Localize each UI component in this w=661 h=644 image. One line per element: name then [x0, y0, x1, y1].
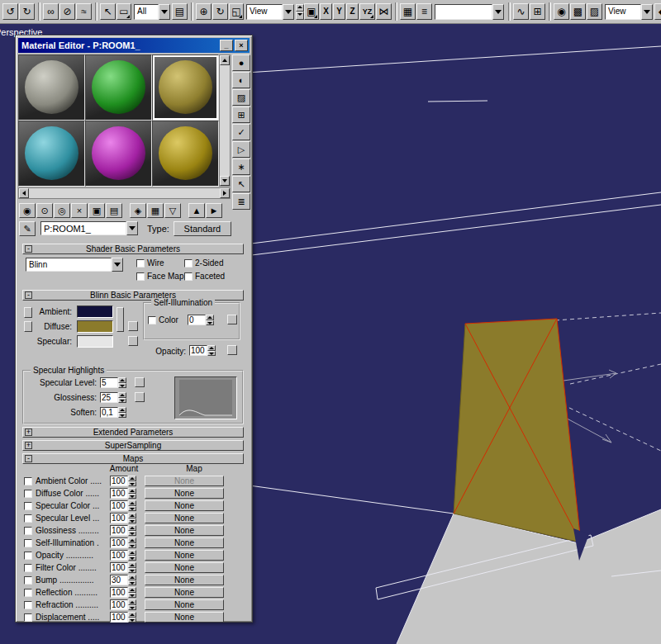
select-by-name-icon[interactable]: ▤: [172, 3, 188, 20]
rect-selection-region-icon[interactable]: ▭: [117, 3, 131, 20]
use-pivot-center-icon[interactable]: ▣: [304, 3, 319, 20]
reset-map-icon[interactable]: ×: [71, 203, 88, 218]
material-type-button[interactable]: Standard: [174, 221, 231, 236]
rollout-supersampling[interactable]: + SuperSampling: [22, 440, 244, 451]
map-enable-checkbox[interactable]: [24, 502, 32, 510]
close-button[interactable]: ×: [235, 40, 248, 51]
chevron-down-icon[interactable]: [126, 221, 138, 235]
spinner-arrows-icon[interactable]: [128, 476, 136, 486]
opacity-map-shortcut-button[interactable]: [227, 345, 237, 355]
map-none-button[interactable]: None: [145, 513, 224, 523]
map-none-button[interactable]: None: [145, 575, 224, 585]
map-enable-checkbox[interactable]: [24, 576, 32, 585]
spinner-arrows-icon[interactable]: [128, 587, 136, 598]
map-enable-checkbox[interactable]: [24, 601, 32, 609]
select-by-material-icon[interactable]: ↖: [232, 176, 250, 192]
spinner-arrows-icon[interactable]: [207, 345, 216, 356]
chevron-down-icon[interactable]: [112, 258, 123, 272]
sample-slot[interactable]: [85, 54, 152, 121]
show-end-result-icon[interactable]: ▽: [164, 203, 181, 218]
collapse-icon[interactable]: -: [25, 245, 32, 253]
map-enable-checkbox[interactable]: [24, 552, 32, 560]
minimize-button[interactable]: _: [220, 40, 233, 51]
get-material-icon[interactable]: ◉: [19, 203, 36, 218]
self-illum-map-shortcut-button[interactable]: [227, 315, 237, 324]
chevron-down-icon[interactable]: [283, 4, 294, 20]
ambient-diffuse-lock-button[interactable]: [117, 307, 124, 332]
self-illum-color-checkbox[interactable]: [148, 316, 156, 324]
map-amount-spinner[interactable]: 100: [110, 537, 136, 548]
two-sided-checkbox[interactable]: [184, 259, 193, 268]
map-amount-spinner[interactable]: 100: [110, 562, 136, 573]
pick-material-eyedropper-icon[interactable]: ✎: [19, 221, 36, 236]
spinner-arrows-icon[interactable]: [128, 525, 136, 536]
spinner-arrows-icon[interactable]: [206, 315, 214, 325]
undo-icon[interactable]: ↺: [2, 3, 18, 20]
render-type-dropdown[interactable]: View: [605, 4, 653, 20]
spinner-arrows-icon[interactable]: [128, 612, 136, 623]
spinner-arrows-icon[interactable]: [128, 562, 136, 573]
sample-slot[interactable]: [18, 121, 85, 187]
ambient-color-swatch[interactable]: [77, 305, 113, 318]
map-none-button[interactable]: None: [145, 599, 224, 610]
schematic-view-icon[interactable]: ⊞: [530, 3, 545, 20]
select-and-link-icon[interactable]: ∞: [43, 3, 59, 20]
restrict-plane-button[interactable]: YZ: [359, 3, 375, 20]
spinner-arrows-icon[interactable]: [118, 407, 126, 418]
material-editor-icon[interactable]: ◉: [554, 3, 569, 20]
scroll-up-icon[interactable]: [220, 55, 230, 65]
map-none-button[interactable]: None: [145, 612, 224, 623]
scroll-right-icon[interactable]: [220, 188, 230, 198]
scroll-down-icon[interactable]: [220, 176, 230, 186]
diffuse-color-swatch[interactable]: [77, 320, 113, 333]
faceted-checkbox[interactable]: [184, 272, 193, 281]
diffuse-map-shortcut-button[interactable]: [128, 321, 138, 331]
spinner-arrows-icon[interactable]: [296, 4, 304, 20]
expand-icon[interactable]: +: [25, 429, 32, 436]
map-enable-checkbox[interactable]: [24, 490, 32, 498]
shader-dropdown[interactable]: Blinn: [26, 258, 123, 273]
assign-material-to-selection-icon[interactable]: ◎: [54, 203, 70, 218]
array-icon[interactable]: ▦: [400, 3, 416, 20]
spinner-arrows-icon[interactable]: [118, 377, 126, 388]
render-scene-icon[interactable]: ▩: [570, 3, 586, 20]
chevron-down-icon[interactable]: [641, 4, 653, 20]
scroll-left-icon[interactable]: [19, 188, 29, 198]
map-amount-spinner[interactable]: 30: [110, 575, 136, 585]
specular-color-swatch[interactable]: [77, 335, 113, 348]
map-amount-spinner[interactable]: 100: [110, 488, 136, 499]
select-and-scale-icon[interactable]: ◱: [229, 3, 244, 20]
options-icon[interactable]: ∗: [232, 159, 250, 175]
map-amount-spinner[interactable]: 100: [110, 476, 136, 486]
track-view-icon[interactable]: ∿: [513, 3, 529, 20]
backlight-icon[interactable]: ◐: [232, 72, 250, 88]
sample-type-icon[interactable]: ●: [232, 54, 250, 71]
map-amount-spinner[interactable]: 100: [110, 513, 136, 523]
restrict-y-button[interactable]: Y: [333, 3, 345, 20]
spinner-arrows-icon[interactable]: [128, 550, 136, 561]
map-none-button[interactable]: None: [145, 525, 224, 536]
restrict-x-button[interactable]: X: [320, 3, 332, 20]
select-object-icon[interactable]: ↖: [100, 3, 116, 20]
soften-spinner[interactable]: 0,1: [100, 407, 126, 418]
sample-vertical-scrollbar[interactable]: [219, 54, 231, 187]
reference-coordinate-dropdown[interactable]: View: [246, 4, 294, 20]
background-icon[interactable]: ▨: [232, 89, 250, 106]
map-enable-checkbox[interactable]: [24, 613, 32, 622]
make-material-copy-icon[interactable]: ▣: [88, 203, 105, 218]
align-icon[interactable]: ≡: [416, 3, 432, 20]
spinner-arrows-icon[interactable]: [128, 488, 136, 499]
material-effects-channel-icon[interactable]: ◈: [130, 203, 146, 218]
map-enable-checkbox[interactable]: [24, 539, 32, 547]
spinner-arrows-icon[interactable]: [128, 513, 136, 523]
specular-level-map-shortcut-button[interactable]: [135, 377, 145, 387]
collapse-icon[interactable]: -: [25, 455, 32, 462]
map-amount-spinner[interactable]: 100: [110, 612, 136, 623]
map-amount-spinner[interactable]: 100: [110, 525, 136, 536]
map-enable-checkbox[interactable]: [24, 477, 32, 485]
select-and-move-icon[interactable]: ⊕: [196, 3, 212, 20]
map-amount-spinner[interactable]: 100: [110, 550, 136, 561]
named-selection-sets-dropdown[interactable]: [435, 4, 504, 20]
video-color-check-icon[interactable]: ✓: [232, 124, 250, 140]
map-none-button[interactable]: None: [145, 550, 224, 561]
